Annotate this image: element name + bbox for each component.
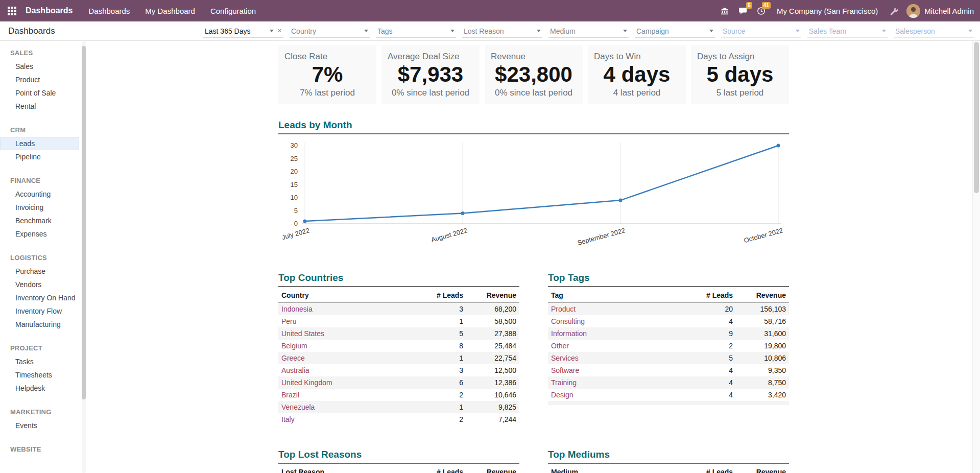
- column-header-revenue: Revenue: [736, 463, 789, 473]
- sidebar-item-tasks[interactable]: Tasks: [0, 355, 79, 368]
- table-header-row: Lost Reason# LeadsRevenue: [278, 463, 519, 473]
- filter-sales-team[interactable]: Sales Team: [807, 25, 888, 38]
- filter-label: Last 365 Days: [205, 27, 251, 35]
- sidebar-item-rental[interactable]: Rental: [0, 100, 79, 113]
- cell-australia[interactable]: Australia: [278, 364, 411, 376]
- kpi-title: Close Rate: [284, 52, 370, 62]
- dashboard-main: Close Rate7%7% last periodAverage Deal S…: [87, 41, 980, 473]
- apps-grid-icon: [8, 7, 16, 15]
- table-row: Information931,600: [548, 327, 789, 340]
- sidebar-item-timesheets[interactable]: Timesheets: [0, 368, 79, 382]
- cell-value: 8,750: [736, 376, 789, 389]
- sidebar-item-purchase[interactable]: Purchase: [0, 265, 79, 278]
- company-switcher[interactable]: My Company (San Francisco): [771, 7, 884, 15]
- table-row: Venezuela19,825: [278, 401, 519, 413]
- sidebar-scrollbar-thumb[interactable]: [82, 46, 86, 399]
- filter-salesperson[interactable]: Salesperson: [894, 25, 974, 38]
- messages-button[interactable]: 5: [734, 0, 752, 21]
- cell-software[interactable]: Software: [548, 364, 681, 376]
- sidebar-item-accounting[interactable]: Accounting: [0, 187, 79, 201]
- table-header-row: Country# LeadsRevenue: [278, 287, 519, 303]
- sidebar-section-title: FINANCE: [0, 177, 87, 184]
- sidebar-item-benchmark[interactable]: Benchmark: [0, 214, 79, 227]
- kpi-subtitle: 5 last period: [697, 88, 783, 98]
- table-row: [548, 401, 789, 405]
- top-lost-reasons-table: Lost Reason# LeadsRevenue: [278, 463, 519, 473]
- cell-italy[interactable]: Italy: [278, 413, 411, 425]
- table-row: Design43,420: [548, 389, 789, 401]
- main-scrollbar[interactable]: [972, 41, 980, 473]
- filter-campaign[interactable]: Campaign: [635, 25, 715, 38]
- menu-item-configuration[interactable]: Configuration: [203, 0, 264, 21]
- sidebar-item-pipeline[interactable]: Pipeline: [0, 150, 79, 163]
- sidebar-item-expenses[interactable]: Expenses: [0, 227, 79, 241]
- support-button[interactable]: [884, 0, 902, 21]
- clear-filter-icon[interactable]: ✕: [277, 28, 282, 34]
- cell-services[interactable]: Services: [548, 352, 681, 364]
- kpi-title: Average Deal Size: [388, 52, 473, 62]
- cell-venezuela[interactable]: Venezuela: [278, 401, 411, 413]
- activities-button[interactable]: 41: [752, 0, 771, 21]
- institution-button[interactable]: [715, 0, 734, 21]
- activities-count-badge: 41: [762, 2, 771, 9]
- cell-united-kingdom[interactable]: United Kingdom: [278, 376, 411, 389]
- filter-medium[interactable]: Medium: [548, 25, 629, 38]
- kpi-card-days-to-assign: Days to Assign5 days5 last period: [691, 45, 789, 104]
- y-axis-tick: 30: [291, 141, 298, 149]
- sidebar-item-helpdesk[interactable]: Helpdesk: [0, 382, 79, 395]
- sidebar-section-title: WEBSITE: [0, 445, 87, 453]
- sidebar-item-leads[interactable]: Leads: [0, 137, 79, 150]
- cell-brazil[interactable]: Brazil: [278, 389, 411, 401]
- sidebar-item-product[interactable]: Product: [0, 73, 79, 86]
- table-row: Peru158,500: [278, 315, 519, 327]
- filter-tags[interactable]: Tags: [376, 25, 456, 38]
- column-header-revenue: Revenue: [466, 463, 519, 473]
- cell-peru[interactable]: Peru: [278, 315, 411, 327]
- cell-training[interactable]: Training: [548, 376, 681, 389]
- sidebar-item-manufacturing[interactable]: Manufacturing: [0, 318, 79, 331]
- cell-consulting[interactable]: Consulting: [548, 315, 681, 327]
- cell-other[interactable]: Other: [548, 340, 681, 352]
- navbar-menu: DashboardsMy DashboardConfiguration: [81, 0, 264, 21]
- cell-value: 1: [411, 401, 467, 413]
- section-title-top-countries: Top Countries: [278, 272, 519, 283]
- main-scrollbar-thumb[interactable]: [974, 42, 979, 193]
- top-mediums-section: Top Mediums Medium# LeadsRevenue: [548, 449, 789, 473]
- cell-value: [736, 405, 789, 409]
- cell-design[interactable]: Design: [548, 389, 681, 401]
- current-app-name[interactable]: Dashboards: [23, 0, 81, 21]
- avatar: [906, 4, 920, 18]
- filter-country[interactable]: Country: [290, 25, 370, 38]
- sidebar-item-invoicing[interactable]: Invoicing: [0, 201, 79, 214]
- apps-menu-button[interactable]: [0, 0, 23, 21]
- filter-label: Source: [723, 27, 745, 35]
- kpi-value: 4 days: [594, 63, 680, 86]
- sidebar-item-point-of-sale[interactable]: Point of Sale: [0, 86, 79, 100]
- sidebar-item-inventory-flow[interactable]: Inventory Flow: [0, 304, 79, 318]
- messages-count-badge: 5: [746, 2, 752, 9]
- cell-value: 9,825: [466, 401, 519, 413]
- sidebar-item-sales[interactable]: Sales: [0, 60, 79, 73]
- leads-by-month-chart: 051015202530July 2022August 2022Septembe…: [278, 139, 789, 242]
- cell-belgium[interactable]: Belgium: [278, 340, 411, 352]
- cell-product[interactable]: Product: [548, 303, 681, 316]
- kpi-title: Days to Win: [594, 52, 680, 62]
- sidebar-scrollbar[interactable]: [82, 41, 86, 473]
- menu-item-my-dashboard[interactable]: My Dashboard: [137, 0, 203, 21]
- filter-lost-reason[interactable]: Lost Reason: [462, 25, 542, 38]
- cell-united-states[interactable]: United States: [278, 327, 411, 340]
- sidebar-item-events[interactable]: Events: [0, 419, 79, 432]
- cell-indonesia[interactable]: Indonesia: [278, 303, 411, 316]
- sidebar-item-inventory-on-hand[interactable]: Inventory On Hand: [0, 291, 79, 304]
- user-menu[interactable]: Mitchell Admin: [902, 4, 974, 18]
- filter-source[interactable]: Source: [721, 25, 801, 38]
- kpi-subtitle: 7% last period: [284, 88, 370, 98]
- cell-greece[interactable]: Greece: [278, 352, 411, 364]
- wrench-icon: [889, 7, 898, 15]
- sidebar-item-vendors[interactable]: Vendors: [0, 278, 79, 291]
- building-icon: [721, 7, 729, 15]
- cell-information[interactable]: Information: [548, 327, 681, 340]
- filter-last-365-days[interactable]: Last 365 Days✕: [203, 25, 283, 38]
- menu-item-dashboards[interactable]: Dashboards: [81, 0, 137, 21]
- leads-by-month-section: Leads by Month 051015202530July 2022Augu…: [278, 120, 789, 242]
